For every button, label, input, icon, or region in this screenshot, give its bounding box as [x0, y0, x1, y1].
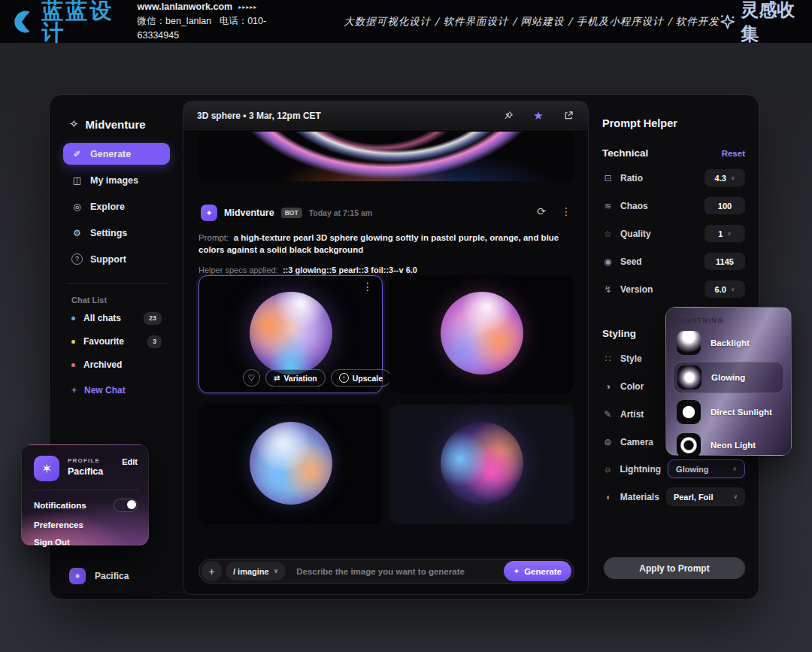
attach-button[interactable]: +	[201, 561, 222, 581]
reset-button[interactable]: Reset	[722, 149, 745, 158]
nav-item-icon: ✐	[71, 149, 83, 159]
prompt-line: Prompt: a high-texture pearl 3D sphere g…	[198, 232, 578, 256]
nav-item-icon: ◎	[71, 202, 83, 212]
styling-row-label: Color	[620, 381, 644, 392]
arrows-decoration: ▸▸▸▸▸	[238, 3, 257, 12]
favourite-star-icon[interactable]: ★	[532, 110, 544, 122]
bot-badge: BOT	[281, 208, 302, 219]
status-dot	[71, 363, 75, 367]
divider	[66, 283, 167, 284]
technical-control[interactable]: 4.3 ∨	[704, 169, 745, 187]
materials-icon: ◖	[602, 492, 614, 502]
collect-logo[interactable]: 灵感收集	[720, 0, 800, 46]
technical-control[interactable]: 1 ∨	[704, 225, 745, 242]
apply-to-prompt-button[interactable]: Apply to Prompt	[604, 557, 745, 579]
chat-list-item[interactable]: Archived	[63, 355, 170, 375]
contact-block: www.lanlanwork.com ▸▸▸▸▸ 微信：ben_lanlan 电…	[138, 0, 280, 42]
chat-list-item[interactable]: All chats 23	[63, 308, 170, 328]
sidebar-nav-item[interactable]: ◫ My images	[63, 169, 170, 191]
profile-edit-button[interactable]: Edit	[122, 457, 138, 466]
lightning-row: ☼ Lightning Glowing ∧	[602, 459, 745, 478]
chevron-down-icon: ∨	[727, 230, 732, 237]
chat-column: 3D sphere • 3 Mar, 12pm CET ★ ✦ Midventu…	[183, 101, 589, 595]
lightning-value: Glowing	[676, 465, 708, 474]
lighting-option[interactable]: Direct Sunlight	[673, 398, 784, 426]
collect-logo-icon	[720, 12, 735, 32]
toggle-knob	[127, 500, 136, 509]
technical-value: 1145	[716, 257, 734, 266]
command-selector[interactable]: / imagine ∨	[226, 562, 286, 581]
scrolled-image-preview[interactable]	[198, 132, 574, 181]
lighting-option[interactable]: Glowing	[673, 362, 784, 393]
new-chat-button[interactable]: + New Chat	[63, 381, 170, 399]
lighting-thumbnail	[677, 433, 701, 457]
chat-list-item-label: Favourite	[83, 336, 124, 347]
sign-out-item[interactable]: Sign Out	[34, 538, 138, 547]
message-author: Midventure	[224, 208, 274, 218]
technical-control[interactable]: 6.0 ∨	[704, 281, 745, 298]
variation-button[interactable]: ⇄Variation	[265, 369, 326, 387]
sidebar-user[interactable]: ✶ Pacifica	[69, 568, 129, 584]
chat-list-item[interactable]: Favourite 3	[63, 332, 170, 351]
styling-row-label: Style	[620, 353, 642, 364]
lighting-option[interactable]: Neon Light	[673, 431, 784, 459]
nav-item-label: Explore	[90, 202, 125, 212]
technical-control[interactable]: 1145	[704, 253, 745, 270]
sphere-render-4	[441, 422, 523, 505]
generated-image-1[interactable]: ⋮ ♡ ⇄Variation ↑Upscale	[198, 275, 383, 393]
count-badge: 3	[147, 335, 162, 348]
message-menu-icon[interactable]: ⋮	[561, 205, 571, 217]
site-url[interactable]: www.lanlanwork.com	[138, 0, 233, 14]
favourite-image-button[interactable]: ♡	[243, 369, 260, 387]
materials-dropdown[interactable]: Pearl, Foil ∨	[666, 487, 745, 506]
chat-list: All chats 23 Favourite 3 Archived	[63, 308, 170, 375]
prompt-value: a high-texture pearl 3D sphere glowing s…	[198, 233, 559, 254]
styling-row-icon: ⊚	[602, 437, 614, 447]
panel-title: Prompt Helper	[602, 117, 745, 129]
notifications-toggle[interactable]	[114, 499, 138, 512]
styling-row-icon: ∷	[602, 353, 614, 364]
lighting-option-label: Backlight	[710, 338, 750, 347]
regenerate-icon[interactable]: ⟳	[537, 205, 546, 217]
avatar-star-icon: ✶	[74, 572, 80, 581]
technical-value: 100	[718, 202, 732, 211]
styling-row-label: Artist	[620, 409, 644, 420]
technical-value: 6.0	[715, 285, 726, 294]
chevron-down-icon: ∨	[274, 568, 279, 575]
site-header: 蓝蓝设计 www.lanlanwork.com ▸▸▸▸▸ 微信：ben_lan…	[0, 0, 812, 43]
sidebar-nav-item[interactable]: ✐ Generate	[63, 143, 170, 165]
lighting-thumbnail	[677, 365, 701, 390]
technical-row: ⊡ Ratio 4.3 ∨	[602, 169, 745, 187]
lighting-options: Backlight Glowing Direct Sunlight Neon L…	[677, 329, 782, 459]
technical-row: ☆ Quality 1 ∨	[602, 225, 745, 242]
services-nav[interactable]: 大数据可视化设计 / 软件界面设计 / 网站建设 / 手机及小程序设计 / 软件…	[344, 15, 720, 29]
brand-star-icon: ✧	[69, 117, 79, 131]
lightning-dropdown[interactable]: Glowing ∧	[668, 459, 745, 478]
arrow-up-icon: ↑	[339, 373, 349, 383]
generate-button[interactable]: ✦ Generate	[504, 561, 571, 581]
profile-avatar: ✶	[34, 456, 59, 481]
technical-row-label: Version	[620, 284, 653, 295]
lighting-option[interactable]: Backlight	[673, 329, 784, 357]
preferences-item[interactable]: Preferences	[34, 520, 138, 529]
sidebar-nav-item[interactable]: ◎ Explore	[63, 196, 170, 217]
technical-row: ↯ Version 6.0 ∨	[602, 281, 745, 298]
sidebar-nav-item[interactable]: ? Support	[63, 248, 170, 270]
lanlan-logo[interactable]: 蓝蓝设计	[12, 0, 121, 44]
technical-row-icon: ⊡	[602, 173, 614, 183]
helper-specs-value: ::3 glowing::5 pearl::3 foil::3--v 6.0	[283, 265, 417, 274]
tile-menu-icon[interactable]: ⋮	[362, 281, 373, 293]
generated-image-4[interactable]	[389, 405, 574, 524]
generated-image-2[interactable]	[389, 275, 574, 393]
generated-image-3[interactable]	[198, 405, 383, 524]
plus-icon: +	[71, 385, 77, 396]
upscale-button[interactable]: ↑Upscale	[331, 369, 391, 387]
technical-control[interactable]: 100	[704, 197, 745, 214]
pin-icon[interactable]	[502, 110, 514, 122]
sidebar-nav-item[interactable]: ⚙ Settings	[63, 222, 170, 244]
prompt-input[interactable]: Describe the image you want to generate	[296, 567, 465, 576]
status-dot	[71, 340, 75, 344]
sphere-render-1	[250, 292, 332, 375]
chat-list-section: Chat List All chats 23 Favourite 3 Archi…	[63, 283, 170, 399]
share-icon[interactable]	[562, 110, 574, 122]
